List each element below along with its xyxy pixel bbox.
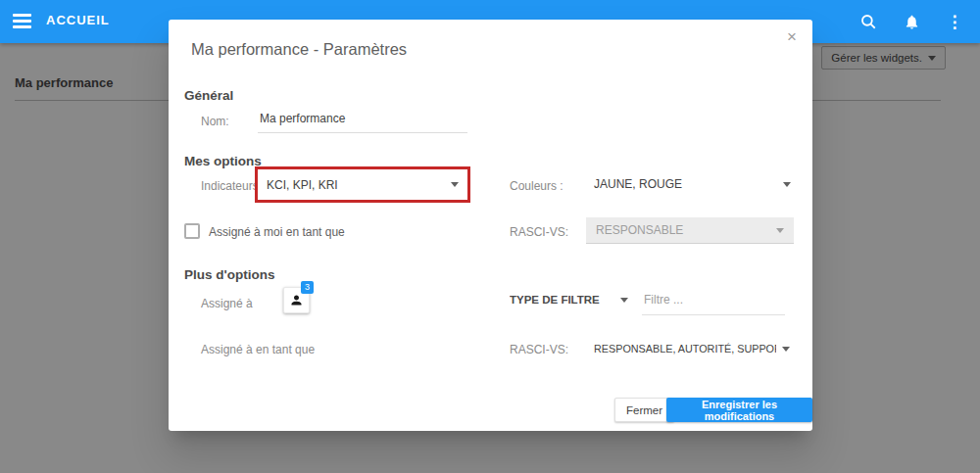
search-icon[interactable] (858, 12, 878, 31)
indicateurs-value: KCI, KPI, KRI (267, 178, 445, 192)
assigne-moi-checkbox[interactable] (184, 223, 200, 239)
section-mes-options: Mes options (184, 154, 262, 168)
person-icon (289, 293, 304, 307)
assigne-label: Assigné à (201, 297, 253, 310)
couleurs-value: JAUNE, ROUGE (594, 177, 777, 191)
save-modifications-button[interactable]: Enregistrer les modifications (666, 398, 812, 422)
toolbar-actions: ⋮ (858, 0, 964, 43)
nom-input[interactable] (258, 110, 467, 133)
couleurs-label: Couleurs : (510, 179, 564, 193)
section-plus-options: Plus d'options (184, 267, 274, 282)
nom-label: Nom: (201, 115, 229, 128)
fermer-button[interactable]: Fermer (614, 398, 674, 422)
dropdown-arrow-icon (782, 347, 790, 352)
bell-icon[interactable] (902, 12, 921, 31)
hamburger-menu-icon[interactable] (13, 14, 31, 28)
rasci-value: RESPONSABLE (596, 223, 770, 237)
rasci2-value: RESPONSABLE, AUTORITÉ, SUPPORT, CONS (594, 343, 776, 355)
dropdown-arrow-icon (451, 182, 459, 187)
screen: ACCUEIL ⋮ Ma performance Gérer les widge… (0, 0, 980, 473)
rasci2-select[interactable]: RESPONSABLE, AUTORITÉ, SUPPORT, CONS (594, 337, 790, 360)
dropdown-arrow-icon (783, 182, 791, 187)
close-icon[interactable]: × (787, 28, 797, 45)
assigne-moi-label: Assigné à moi en tant que (209, 225, 345, 239)
assignee-count-badge: 3 (301, 281, 314, 294)
kebab-menu-icon[interactable]: ⋮ (945, 12, 964, 31)
assigne-tant-label: Assigné à en tant que (201, 343, 315, 356)
rasci-label: RASCI-VS: (510, 225, 568, 239)
annotation-highlight-box: KCI, KPI, KRI (255, 166, 470, 203)
indicateurs-select[interactable]: KCI, KPI, KRI (258, 169, 467, 200)
dropdown-arrow-icon (620, 298, 628, 303)
type-filtre-value: TYPE DE FILTRE (510, 294, 614, 306)
section-general: Général (184, 88, 233, 103)
type-filtre-select[interactable]: TYPE DE FILTRE (510, 289, 628, 310)
couleurs-select[interactable]: JAUNE, ROUGE (594, 172, 791, 196)
app-title: ACCUEIL (46, 13, 110, 27)
dialog-title: Ma performance - Paramètres (191, 40, 407, 59)
filtre-input[interactable] (642, 291, 785, 315)
rasci-select-disabled: RESPONSABLE (586, 217, 794, 244)
rasci2-label: RASCI-VS: (510, 343, 568, 356)
settings-dialog: × Ma performance - Paramètres Général No… (169, 20, 812, 431)
dropdown-arrow-icon (776, 228, 784, 233)
